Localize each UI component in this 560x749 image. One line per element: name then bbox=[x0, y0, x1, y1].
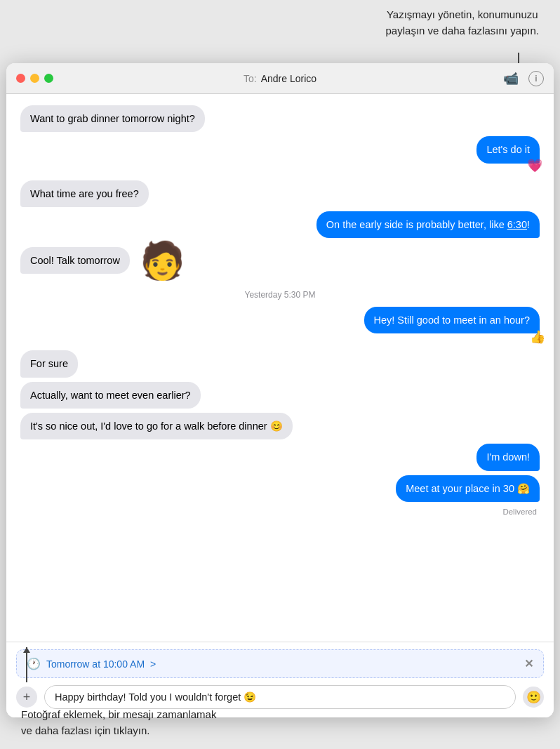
input-row: + 🙂 bbox=[16, 685, 544, 709]
reminder-label: Tomorrow at 10:00 AM bbox=[46, 658, 145, 670]
reminder-bar[interactable]: 🕐 Tomorrow at 10:00 AM > ✕ bbox=[16, 649, 544, 678]
reminder-clock-icon: 🕐 bbox=[27, 657, 41, 670]
message-bubble: For sure bbox=[20, 350, 78, 377]
message-row: Want to grab dinner tomorrow night? bbox=[20, 105, 540, 132]
message-text: I'm down! bbox=[486, 451, 530, 463]
add-button[interactable]: + bbox=[16, 687, 37, 708]
message-row: Actually, want to meet even earlier? bbox=[20, 382, 540, 409]
message-text: Want to grab dinner tomorrow night? bbox=[30, 113, 195, 124]
message-text: For sure bbox=[30, 358, 68, 369]
message-row: Hey! Still good to meet in an hour? 👍 bbox=[20, 307, 540, 340]
maximize-button[interactable] bbox=[44, 74, 53, 83]
message-bubble: Hey! Still good to meet in an hour? 👍 bbox=[364, 307, 540, 333]
message-text: It's so nice out, I'd love to go for a w… bbox=[30, 420, 283, 432]
message-row: I'm down! bbox=[20, 444, 540, 470]
message-row: It's so nice out, I'd love to go for a w… bbox=[20, 413, 540, 439]
messages-area: Want to grab dinner tomorrow night? Let'… bbox=[6, 94, 554, 642]
message-text: Actually, want to meet even earlier? bbox=[30, 390, 191, 401]
traffic-lights bbox=[16, 74, 53, 83]
message-bubble: On the early side is probably better, li… bbox=[316, 211, 540, 238]
video-call-icon[interactable]: 📹 bbox=[503, 71, 519, 86]
message-bubble: Actually, want to meet even earlier? bbox=[20, 382, 201, 409]
contact-name: Andre Lorico bbox=[261, 73, 316, 84]
sticker: 🧑 bbox=[140, 242, 185, 279]
to-label: To: bbox=[244, 73, 257, 84]
reminder-content: 🕐 Tomorrow at 10:00 AM > bbox=[27, 657, 156, 670]
message-bubble: What time are you free? bbox=[20, 180, 149, 207]
message-input[interactable] bbox=[44, 685, 516, 709]
close-button[interactable] bbox=[16, 74, 25, 83]
message-text: Cool! Talk tomorrow bbox=[30, 255, 120, 266]
reaction-badge: 👍 bbox=[530, 331, 545, 343]
timestamp: Yesterday 5:30 PM bbox=[20, 290, 540, 300]
reaction-badge: 💗 bbox=[527, 159, 542, 172]
message-row: Cool! Talk tomorrow 🧑 bbox=[20, 242, 540, 279]
message-text: On the early side is probably better, li… bbox=[326, 219, 530, 230]
message-row: On the early side is probably better, li… bbox=[20, 211, 540, 238]
emoji-icon: 🙂 bbox=[526, 690, 541, 705]
message-row: What time are you free? bbox=[20, 180, 540, 207]
reminder-close-button[interactable]: ✕ bbox=[524, 657, 533, 670]
message-row: Meet at your place in 30 🤗 bbox=[20, 475, 540, 502]
message-bubble: Cool! Talk tomorrow bbox=[20, 247, 130, 274]
annotation-top: Yazışmayı yönetin, konumunuzu paylaşın v… bbox=[386, 7, 539, 39]
message-text: Let's do it bbox=[486, 144, 530, 155]
message-bubble: Let's do it 💗 bbox=[476, 136, 540, 163]
message-bubble: It's so nice out, I'd love to go for a w… bbox=[20, 413, 293, 439]
message-bubble: Meet at your place in 30 🤗 bbox=[396, 475, 540, 502]
message-bubble: I'm down! bbox=[476, 444, 540, 470]
emoji-button[interactable]: 🙂 bbox=[523, 687, 544, 708]
message-bubble: Want to grab dinner tomorrow night? bbox=[20, 105, 205, 132]
message-text: Hey! Still good to meet in an hour? bbox=[374, 314, 530, 326]
message-text: Meet at your place in 30 🤗 bbox=[406, 483, 530, 494]
minimize-button[interactable] bbox=[30, 74, 39, 83]
info-icon[interactable]: i bbox=[528, 71, 544, 86]
annotation-bottom: Fotoğraf eklemek, bir mesajı zamanlamak … bbox=[21, 707, 216, 738]
arrow-bottom-indicator bbox=[26, 647, 27, 682]
titlebar-actions: 📹 i bbox=[503, 71, 544, 86]
messages-window: To: Andre Lorico 📹 i Want to grab dinner… bbox=[6, 63, 554, 717]
reminder-chevron-icon: > bbox=[150, 658, 156, 670]
delivered-label: Delivered bbox=[20, 508, 537, 516]
message-row: For sure bbox=[20, 350, 540, 377]
plus-icon: + bbox=[23, 690, 31, 705]
message-text: What time are you free? bbox=[30, 188, 139, 199]
titlebar: To: Andre Lorico 📹 i bbox=[6, 63, 554, 94]
message-row: Let's do it 💗 bbox=[20, 136, 540, 170]
input-area: 🕐 Tomorrow at 10:00 AM > ✕ + 🙂 bbox=[6, 642, 554, 717]
titlebar-recipient: To: Andre Lorico bbox=[244, 73, 316, 84]
